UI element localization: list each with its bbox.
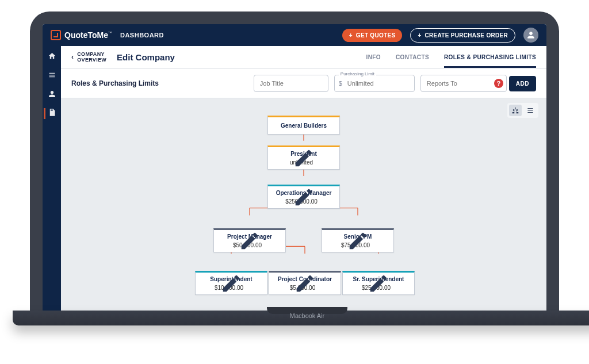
- top-navbar: QuoteToMe™ DASHBOARD + GET QUOTES + CREA…: [43, 24, 546, 46]
- org-chart: General Builders President unlimited: [61, 98, 546, 311]
- create-po-button[interactable]: + CREATE PURCHASE ORDER: [410, 28, 515, 43]
- home-icon[interactable]: [48, 52, 56, 63]
- org-node-project-manager[interactable]: Project Manager $50,000.00: [213, 228, 286, 252]
- document-icon[interactable]: [44, 108, 56, 119]
- back-to-overview-link[interactable]: ‹ COMPANY OVERVIEW: [71, 52, 106, 63]
- page-tabs: INFO CONTACTS ROLES & PURCHASING LIMITS: [366, 46, 536, 68]
- person-icon[interactable]: [48, 90, 56, 100]
- nav-dashboard-link[interactable]: DASHBOARD: [120, 32, 164, 39]
- chevron-left-icon: ‹: [71, 53, 74, 61]
- section-label: Roles & Purchasing Limits: [71, 79, 159, 87]
- org-node-project-coordinator[interactable]: Project Coordinator $5,000.00: [269, 271, 341, 295]
- purchasing-limit-float-label: Purchasing Limit: [339, 71, 376, 76]
- get-quotes-button[interactable]: + GET QUOTES: [342, 29, 403, 42]
- plus-icon: +: [349, 32, 353, 39]
- plus-icon: +: [418, 32, 421, 39]
- org-node-root[interactable]: General Builders: [267, 116, 340, 135]
- org-node-president[interactable]: President unlimited: [267, 145, 340, 170]
- org-chart-canvas: General Builders President unlimited: [61, 98, 546, 311]
- brand-logo[interactable]: QuoteToMe™: [51, 30, 112, 40]
- create-po-label: CREATE PURCHASE ORDER: [425, 32, 508, 39]
- brand-name: QuoteToMe: [64, 30, 108, 40]
- list-icon[interactable]: [48, 71, 56, 82]
- back-line2: OVERVIEW: [77, 58, 106, 63]
- page-title: Edit Company: [117, 52, 175, 62]
- side-rail: [43, 46, 61, 311]
- job-title-input[interactable]: [254, 75, 328, 92]
- get-quotes-label: GET QUOTES: [356, 32, 396, 39]
- subheader: ‹ COMPANY OVERVIEW Edit Company INFO CON…: [61, 46, 546, 69]
- add-button[interactable]: ADD: [509, 76, 536, 91]
- purchasing-limit-input[interactable]: [334, 75, 415, 92]
- user-icon: [527, 31, 535, 39]
- org-node-ops-manager[interactable]: Operations Manager $250,000.00: [267, 185, 340, 209]
- tab-info[interactable]: INFO: [366, 47, 381, 68]
- filter-bar: Roles & Purchasing Limits Purchasing Lim…: [61, 69, 546, 98]
- laptop-caption: Macbook Air: [13, 312, 589, 319]
- org-node-sr-superintendent[interactable]: Sr. Superintendent $25,000.00: [342, 271, 415, 295]
- node-title: General Builders: [268, 117, 339, 134]
- brand-tm: ™: [108, 31, 112, 35]
- tab-roles[interactable]: ROLES & PURCHASING LIMITS: [444, 47, 536, 68]
- brand-mark-icon: [51, 30, 61, 40]
- org-node-senior-pm[interactable]: Senior PM $75,000.00: [322, 228, 394, 252]
- help-icon[interactable]: ?: [494, 79, 503, 88]
- org-node-superintendent[interactable]: Superintendent $10,000.00: [195, 271, 267, 295]
- user-avatar-button[interactable]: [523, 28, 538, 43]
- dollar-icon: $: [339, 80, 342, 87]
- tab-contacts[interactable]: CONTACTS: [396, 47, 429, 68]
